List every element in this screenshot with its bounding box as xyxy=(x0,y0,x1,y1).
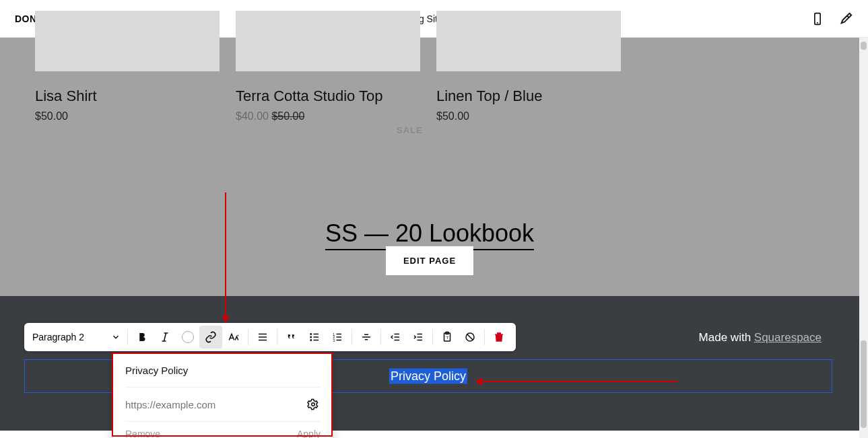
separator xyxy=(127,329,128,345)
chevron-down-icon xyxy=(111,332,121,342)
link-popover: Privacy Policy https://example.com Remov… xyxy=(113,354,333,438)
link-button[interactable] xyxy=(199,326,222,349)
delete-button[interactable] xyxy=(488,326,510,349)
clear-format-button[interactable] xyxy=(459,326,481,349)
link-popover-actions: Remove Apply xyxy=(125,422,321,438)
svg-line-31 xyxy=(467,334,473,340)
text-size-icon xyxy=(228,331,240,343)
original-price: $50.00 xyxy=(271,110,304,122)
link-apply-button[interactable]: Apply xyxy=(297,429,321,438)
selected-text-wrapper: Privacy Policy xyxy=(389,369,467,384)
editor-canvas: Lisa Shirt $50.00 Terra Cotta Studio Top… xyxy=(0,38,859,438)
separator xyxy=(352,329,352,345)
indent-button[interactable] xyxy=(407,326,430,349)
sale-badge: SALE xyxy=(397,125,423,135)
paste-button[interactable]: T xyxy=(436,326,459,349)
outdent-icon xyxy=(389,331,401,343)
indent-icon xyxy=(412,331,424,343)
clear-format-icon xyxy=(464,331,476,343)
quote-icon xyxy=(286,331,298,343)
product-card[interactable]: Lisa Shirt $50.00 xyxy=(35,11,220,122)
separator xyxy=(484,329,485,345)
edit-page-button[interactable]: EDIT PAGE xyxy=(386,246,473,275)
svg-text:T: T xyxy=(446,336,449,340)
product-price: $50.00 xyxy=(436,110,621,122)
product-price: $50.00 xyxy=(35,110,220,122)
scroll-up-arrow[interactable] xyxy=(861,42,867,50)
quote-button[interactable] xyxy=(280,326,303,349)
svg-point-10 xyxy=(310,340,312,341)
selected-text[interactable]: Privacy Policy xyxy=(389,369,467,384)
color-swatch-icon xyxy=(182,331,194,343)
svg-line-2 xyxy=(164,333,166,341)
svg-point-9 xyxy=(310,336,312,338)
phone-icon xyxy=(811,12,824,26)
text-color-button[interactable] xyxy=(176,326,199,349)
product-card[interactable]: Linen Top / Blue $50.00 xyxy=(436,11,621,122)
product-title: Lisa Shirt xyxy=(35,87,220,105)
paintbrush-icon xyxy=(838,11,853,26)
outdent-button[interactable] xyxy=(384,326,407,349)
gear-icon xyxy=(307,398,319,410)
product-image xyxy=(236,11,420,71)
align-icon xyxy=(257,331,269,343)
strikethrough-icon xyxy=(360,331,372,343)
link-url-input[interactable]: https://example.com xyxy=(125,399,215,410)
numbered-list-button[interactable]: 123 xyxy=(326,326,349,349)
made-with-label: Made with Squarespace xyxy=(699,331,822,344)
made-with-prefix: Made with xyxy=(699,331,754,344)
svg-point-32 xyxy=(312,403,315,406)
link-remove-button[interactable]: Remove xyxy=(125,429,160,438)
svg-point-8 xyxy=(310,334,312,335)
scrollbar-thumb[interactable] xyxy=(861,340,867,428)
vertical-scrollbar[interactable] xyxy=(859,38,868,438)
link-settings-button[interactable] xyxy=(306,397,321,412)
product-card[interactable]: Terra Cotta Studio Top $40.00 $50.00 xyxy=(236,11,420,122)
separator xyxy=(277,329,277,345)
topbar-right xyxy=(810,11,853,26)
link-url-row: https://example.com xyxy=(125,387,321,422)
product-image xyxy=(35,11,220,71)
separator xyxy=(248,329,248,345)
paragraph-style-label: Paragraph 2 xyxy=(32,332,84,342)
separator xyxy=(432,329,433,345)
product-image xyxy=(436,11,621,71)
device-preview-button[interactable] xyxy=(810,11,825,26)
text-toolbar: Paragraph 2 123 T xyxy=(24,323,516,351)
bullet-list-button[interactable] xyxy=(303,326,326,349)
text-size-button[interactable] xyxy=(222,326,245,349)
product-price: $40.00 $50.00 xyxy=(236,110,420,122)
svg-text:3: 3 xyxy=(333,338,335,342)
bullet-list-icon xyxy=(308,331,321,343)
link-popover-title: Privacy Policy xyxy=(125,365,321,376)
italic-icon xyxy=(159,331,171,343)
paragraph-style-select[interactable]: Paragraph 2 xyxy=(30,332,125,342)
product-title: Linen Top / Blue xyxy=(436,87,621,105)
numbered-list-icon: 123 xyxy=(331,331,343,343)
align-button[interactable] xyxy=(251,326,274,349)
sale-price: $40.00 xyxy=(236,110,269,122)
bold-icon xyxy=(136,331,148,343)
link-icon xyxy=(205,331,217,343)
strikethrough-button[interactable] xyxy=(355,326,378,349)
separator xyxy=(380,329,381,345)
bold-button[interactable] xyxy=(131,326,154,349)
clipboard-icon: T xyxy=(441,331,453,343)
styles-button[interactable] xyxy=(838,11,853,26)
squarespace-link[interactable]: Squarespace xyxy=(754,331,822,344)
trash-icon xyxy=(493,331,505,343)
product-title: Terra Cotta Studio Top xyxy=(236,87,420,105)
italic-button[interactable] xyxy=(154,326,176,349)
page-content-area: Lisa Shirt $50.00 Terra Cotta Studio Top… xyxy=(0,38,859,296)
